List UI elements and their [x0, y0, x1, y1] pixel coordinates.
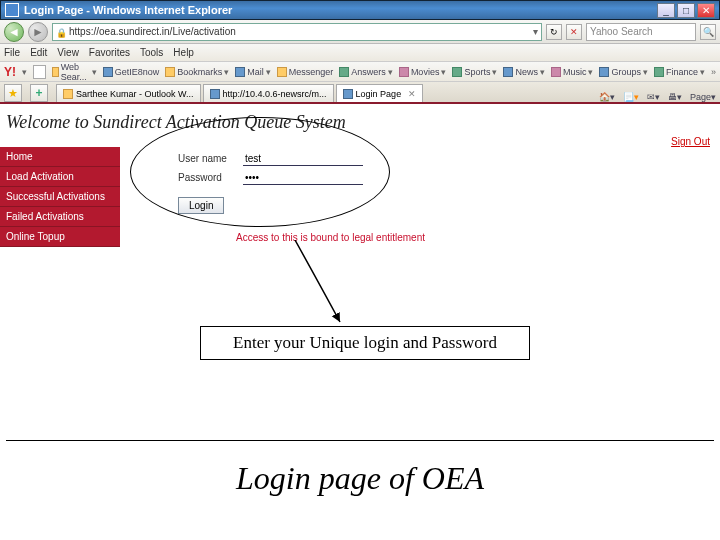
annotation-arrow — [280, 240, 360, 330]
groups-icon — [599, 67, 609, 77]
tb-music[interactable]: Music▾ — [551, 67, 594, 77]
menu-tools[interactable]: Tools — [140, 47, 163, 58]
figure-caption: Login page of OEA — [0, 460, 720, 497]
tb-getie8[interactable]: GetIE8now — [103, 67, 160, 77]
bookmark-icon — [165, 67, 175, 77]
tb-movies[interactable]: Movies▾ — [399, 67, 447, 77]
minimize-button[interactable]: _ — [657, 3, 675, 18]
tb-groups[interactable]: Groups▾ — [599, 67, 648, 77]
print-icon[interactable]: 🖶▾ — [668, 92, 682, 102]
news-icon — [503, 67, 513, 77]
lock-icon — [56, 27, 66, 37]
star-icon — [8, 87, 18, 100]
tb-news[interactable]: News▾ — [503, 67, 545, 77]
annotation-callout: Enter your Unique login and Password — [200, 326, 530, 360]
search-box[interactable]: Yahoo Search — [586, 23, 696, 41]
yahoo-search-input[interactable] — [33, 65, 46, 79]
menu-bar: File Edit View Favorites Tools Help — [0, 44, 720, 62]
sidebar-item-topup[interactable]: Online Topup — [0, 227, 120, 247]
search-go-button[interactable]: 🔍 — [700, 24, 716, 40]
menu-favorites[interactable]: Favorites — [89, 47, 130, 58]
sidebar: Home Load Activation Successful Activati… — [0, 147, 120, 247]
page-heading: Welcome to Sundirect Activation Queue Sy… — [0, 104, 720, 139]
tb-sports[interactable]: Sports▾ — [452, 67, 497, 77]
annotation-ellipse — [130, 117, 390, 227]
web-search-button[interactable]: Web Sear...▾ — [52, 62, 97, 82]
maximize-button[interactable]: □ — [677, 3, 695, 18]
favorites-button[interactable] — [4, 84, 22, 102]
url-text: https://oea.sundirect.in/Live/activation — [69, 26, 530, 37]
forward-button[interactable]: ► — [28, 22, 48, 42]
finance-icon — [654, 67, 664, 77]
back-button[interactable]: ◄ — [4, 22, 24, 42]
page-content: Welcome to Sundirect Activation Queue Sy… — [0, 104, 720, 247]
ie-icon — [5, 3, 19, 17]
close-button[interactable]: ✕ — [697, 3, 715, 18]
mailcmd-icon[interactable]: ✉▾ — [647, 92, 660, 102]
page-menu[interactable]: Page▾ — [690, 92, 716, 102]
yahoo-toolbar: Y! ▾ Web Sear...▾ GetIE8now Bookmarks▾ M… — [0, 62, 720, 82]
toolbar-overflow[interactable]: » — [711, 67, 716, 77]
plus-icon — [35, 86, 42, 100]
mail-icon — [235, 67, 245, 77]
sidebar-item-load[interactable]: Load Activation — [0, 167, 120, 187]
stop-button[interactable]: ✕ — [566, 24, 582, 40]
ie-icon — [103, 67, 113, 77]
refresh-button[interactable]: ↻ — [546, 24, 562, 40]
tb-answers[interactable]: Answers▾ — [339, 67, 393, 77]
menu-edit[interactable]: Edit — [30, 47, 47, 58]
sidebar-item-failed[interactable]: Failed Activations — [0, 207, 120, 227]
address-bar[interactable]: https://oea.sundirect.in/Live/activation… — [52, 23, 542, 41]
sports-icon — [452, 67, 462, 77]
menu-file[interactable]: File — [4, 47, 20, 58]
tb-bookmarks[interactable]: Bookmarks▾ — [165, 67, 229, 77]
movies-icon — [399, 67, 409, 77]
menu-help[interactable]: Help — [173, 47, 194, 58]
menu-view[interactable]: View — [57, 47, 79, 58]
page-icon — [210, 89, 220, 99]
tb-messenger[interactable]: Messenger — [277, 67, 334, 77]
add-favorite-button[interactable] — [30, 84, 48, 102]
yahoo-logo-icon[interactable]: Y! — [4, 65, 16, 79]
home-icon[interactable]: 🏠▾ — [599, 92, 615, 102]
tab-loginpage[interactable]: Login Page✕ — [336, 84, 424, 102]
answers-icon — [339, 67, 349, 77]
tab-close-icon[interactable]: ✕ — [408, 89, 416, 99]
divider — [6, 440, 714, 441]
navigation-bar: ◄ ► https://oea.sundirect.in/Live/activa… — [0, 20, 720, 44]
search-icon — [52, 67, 59, 77]
page-icon — [63, 89, 73, 99]
music-icon — [551, 67, 561, 77]
tab-newsrc[interactable]: http://10.4.0.6-newsrc/m... — [203, 84, 334, 102]
page-icon — [343, 89, 353, 99]
sidebar-item-home[interactable]: Home — [0, 147, 120, 167]
tb-finance[interactable]: Finance▾ — [654, 67, 705, 77]
tb-mail[interactable]: Mail▾ — [235, 67, 271, 77]
feeds-icon[interactable]: 📃▾ — [623, 92, 639, 102]
tab-outlook[interactable]: Sarthee Kumar - Outlook W... — [56, 84, 201, 102]
tab-strip: Sarthee Kumar - Outlook W... http://10.4… — [0, 82, 720, 104]
window-titlebar: Login Page - Windows Internet Explorer _… — [0, 0, 720, 20]
messenger-icon — [277, 67, 287, 77]
main-panel: User name Password Login Access to this … — [120, 147, 720, 247]
command-bar: 🏠▾ 📃▾ ✉▾ 🖶▾ Page▾ — [599, 92, 716, 102]
search-placeholder: Yahoo Search — [590, 26, 653, 37]
dropdown-icon[interactable]: ▾ — [533, 26, 538, 37]
window-title: Login Page - Windows Internet Explorer — [24, 4, 655, 16]
signout-link[interactable]: Sign Out — [671, 136, 710, 147]
sidebar-item-success[interactable]: Successful Activations — [0, 187, 120, 207]
